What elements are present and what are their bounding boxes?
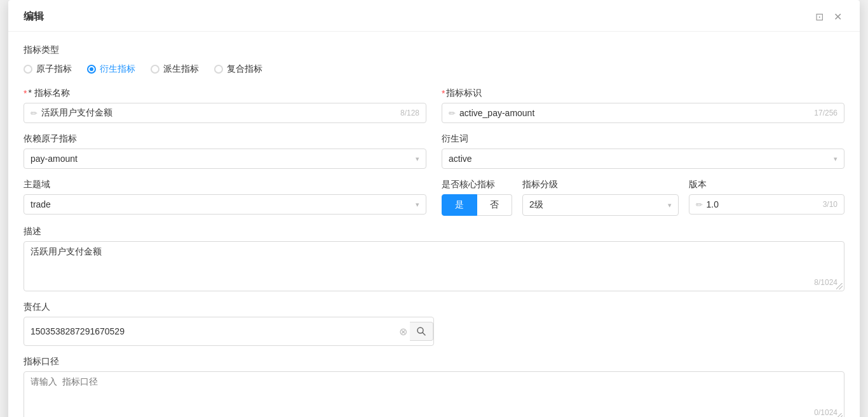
derivative-word-value: active bbox=[449, 154, 834, 164]
responsible-clear-button[interactable]: ⊗ bbox=[397, 326, 410, 338]
name-label: * * 指标名称 bbox=[24, 88, 426, 99]
theme-value: trade bbox=[31, 199, 416, 209]
name-identifier-row: * * 指标名称 ✏ 8/128 * 指标标识 ✏ 17/256 bbox=[24, 88, 844, 123]
dep-atom-col: 依赖原子指标 pay-amount ▾ bbox=[24, 133, 426, 169]
dep-atom-select[interactable]: pay-amount ▾ bbox=[24, 149, 426, 169]
derivative-word-select[interactable]: active ▾ bbox=[442, 149, 844, 169]
name-count: 8/128 bbox=[400, 109, 419, 117]
radio-label-composite: 复合指标 bbox=[227, 63, 262, 75]
radio-label-atom: 原子指标 bbox=[36, 63, 72, 75]
identifier-col: * 指标标识 ✏ 17/256 bbox=[442, 88, 844, 123]
edit-dialog: 编辑 ⊡ ✕ 指标类型 原子指标 衍生指标 派生指标 复合指标 bbox=[8, 0, 860, 417]
caliber-col: 指标口径 0/1024 bbox=[24, 356, 844, 417]
caliber-textarea-wrapper: 0/1024 bbox=[24, 371, 844, 417]
is-core-label: 是否核心指标 bbox=[442, 179, 512, 190]
radio-circle-derived bbox=[87, 65, 96, 74]
version-input[interactable] bbox=[707, 199, 818, 209]
version-col: 版本 ✏ 3/10 bbox=[689, 179, 845, 215]
identifier-count: 17/256 bbox=[814, 109, 837, 117]
description-col: 描述 活跃用户支付金额 8/1024 bbox=[24, 226, 844, 291]
dep-atom-chevron-icon: ▾ bbox=[416, 155, 419, 163]
name-input-wrapper: ✏ 8/128 bbox=[24, 103, 426, 123]
bool-group: 是 否 bbox=[442, 194, 512, 216]
name-col: * * 指标名称 ✏ 8/128 bbox=[24, 88, 426, 123]
name-edit-icon: ✏ bbox=[31, 109, 37, 118]
responsible-input[interactable] bbox=[31, 326, 397, 336]
radio-derived2[interactable]: 派生指标 bbox=[151, 63, 199, 75]
grade-chevron-icon: ▾ bbox=[668, 201, 672, 209]
dialog-controls: ⊡ ✕ bbox=[813, 11, 844, 23]
core-grade-version-col: 是否核心指标 是 否 指标分级 2级 ▾ 版本 bbox=[442, 179, 844, 216]
description-resize-handle[interactable] bbox=[836, 283, 843, 289]
is-core-yes-button[interactable]: 是 bbox=[442, 194, 477, 216]
radio-group: 原子指标 衍生指标 派生指标 复合指标 bbox=[24, 63, 844, 75]
responsible-label: 责任人 bbox=[24, 301, 434, 313]
caliber-row: 指标口径 0/1024 bbox=[24, 356, 844, 417]
radio-circle-derived2 bbox=[151, 65, 159, 74]
radio-circle-composite bbox=[214, 65, 223, 74]
name-input[interactable] bbox=[41, 108, 395, 118]
version-count: 3/10 bbox=[823, 200, 837, 209]
grade-label: 指标分级 bbox=[522, 179, 679, 190]
radio-circle-atom bbox=[24, 65, 32, 74]
responsible-col: 责任人 ⊗ bbox=[24, 301, 434, 346]
dep-derivative-row: 依赖原子指标 pay-amount ▾ 衍生词 active ▾ bbox=[24, 133, 844, 169]
caliber-textarea[interactable] bbox=[31, 376, 837, 414]
grade-select[interactable]: 2级 ▾ bbox=[522, 194, 679, 216]
restore-button[interactable]: ⊡ bbox=[813, 11, 826, 23]
theme-select[interactable]: trade ▾ bbox=[24, 194, 426, 215]
caliber-resize-handle[interactable] bbox=[836, 413, 843, 417]
derivative-word-chevron-icon: ▾ bbox=[834, 155, 837, 163]
identifier-edit-icon: ✏ bbox=[449, 109, 456, 118]
theme-label: 主题域 bbox=[24, 179, 426, 190]
radio-derived[interactable]: 衍生指标 bbox=[87, 63, 135, 75]
grade-col: 指标分级 2级 ▾ bbox=[522, 179, 679, 216]
responsible-search-button[interactable] bbox=[410, 322, 433, 341]
description-count: 8/1024 bbox=[814, 278, 837, 287]
dialog-header: 编辑 ⊡ ✕ bbox=[8, 0, 860, 32]
derivative-word-col: 衍生词 active ▾ bbox=[442, 133, 844, 169]
radio-label-derived2: 派生指标 bbox=[163, 63, 199, 75]
responsible-row: 责任人 ⊗ bbox=[24, 301, 844, 346]
search-icon bbox=[416, 326, 426, 336]
dialog-title: 编辑 bbox=[24, 10, 44, 23]
caliber-count: 0/1024 bbox=[814, 408, 837, 417]
description-label: 描述 bbox=[24, 226, 844, 237]
caliber-label: 指标口径 bbox=[24, 356, 844, 367]
version-edit-icon: ✏ bbox=[696, 200, 703, 209]
identifier-label: * 指标标识 bbox=[442, 88, 844, 99]
description-textarea[interactable]: 活跃用户支付金额 bbox=[31, 246, 837, 284]
theme-col: 主题域 trade ▾ bbox=[24, 179, 426, 216]
is-core-col: 是否核心指标 是 否 bbox=[442, 179, 512, 216]
dialog-body: 指标类型 原子指标 衍生指标 派生指标 复合指标 * bbox=[8, 32, 860, 417]
close-button[interactable]: ✕ bbox=[831, 11, 844, 23]
three-col: 是否核心指标 是 否 指标分级 2级 ▾ 版本 bbox=[442, 179, 844, 216]
derivative-word-label: 衍生词 bbox=[442, 133, 844, 145]
theme-chevron-icon: ▾ bbox=[416, 201, 419, 209]
version-label: 版本 bbox=[689, 179, 845, 190]
name-required-star: * bbox=[24, 88, 27, 98]
description-textarea-wrapper: 活跃用户支付金额 8/1024 bbox=[24, 241, 844, 291]
version-input-wrapper: ✏ 3/10 bbox=[689, 194, 845, 215]
radio-composite[interactable]: 复合指标 bbox=[214, 63, 262, 75]
radio-label-derived: 衍生指标 bbox=[100, 63, 135, 75]
dep-atom-value: pay-amount bbox=[31, 154, 416, 164]
dep-atom-label: 依赖原子指标 bbox=[24, 133, 426, 145]
description-row: 描述 活跃用户支付金额 8/1024 bbox=[24, 226, 844, 291]
identifier-input-wrapper: ✏ 17/256 bbox=[442, 103, 844, 123]
radio-atom[interactable]: 原子指标 bbox=[24, 63, 72, 75]
theme-core-row: 主题域 trade ▾ 是否核心指标 是 否 指标分级 bbox=[24, 179, 844, 216]
responsible-input-wrapper: ⊗ bbox=[24, 317, 434, 346]
grade-value: 2级 bbox=[529, 199, 668, 211]
indicator-type-label: 指标类型 bbox=[24, 44, 844, 56]
is-core-no-button[interactable]: 否 bbox=[477, 194, 512, 216]
svg-line-1 bbox=[423, 333, 425, 335]
identifier-required-star: * bbox=[442, 88, 445, 98]
identifier-input[interactable] bbox=[459, 108, 809, 118]
